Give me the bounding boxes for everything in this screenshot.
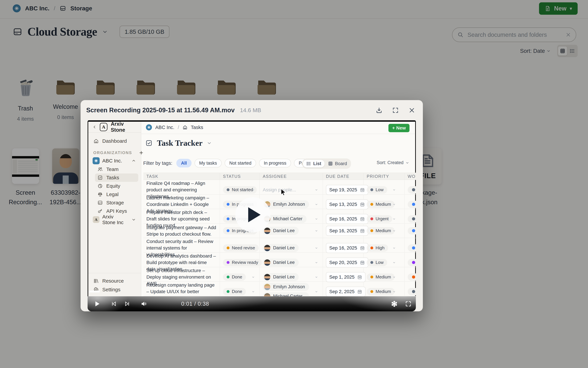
sidebar-item-dashboard[interactable]: Dashboard — [91, 137, 138, 145]
chevron-down-icon[interactable] — [392, 290, 396, 294]
play-overlay-button[interactable] — [235, 197, 270, 232]
workspace-pill[interactable] — [408, 186, 416, 193]
fullscreen-button[interactable] — [403, 296, 414, 311]
collapse-sidebar-icon[interactable] — [92, 125, 96, 129]
breadcrumb-org[interactable]: ABC Inc. — [155, 125, 174, 130]
chevron-down-icon[interactable] — [314, 229, 318, 233]
workspace-pill[interactable] — [408, 259, 416, 266]
chevron-down-icon[interactable] — [251, 261, 255, 264]
chevron-up-icon[interactable] — [131, 159, 136, 163]
sidebar-item-organizations[interactable]: ORGANIZATIONS — [91, 149, 138, 156]
sidebar-item-abc-inc-[interactable]: ABC Inc. — [91, 156, 138, 165]
sort-created-dropdown[interactable]: Sort: Created — [377, 160, 409, 165]
due-date-cell[interactable]: Sep 16, 2025 — [323, 224, 364, 238]
chevron-down-icon[interactable] — [314, 261, 318, 264]
chevron-down-icon[interactable] — [392, 188, 396, 192]
priority-pill[interactable]: Urgent — [367, 215, 392, 223]
column-header-priority[interactable]: PRIORITY — [364, 173, 405, 180]
sidebar-item-resource[interactable]: Resource — [91, 276, 138, 285]
workspace-pill[interactable] — [408, 201, 416, 208]
chevron-down-icon[interactable] — [314, 275, 318, 279]
due-date-input[interactable]: Sep 16, 2025 — [326, 214, 368, 224]
priority-pill[interactable]: Medium — [367, 227, 395, 234]
workspace-cell[interactable] — [405, 282, 416, 298]
priority-cell[interactable]: Medium — [364, 224, 405, 238]
sidebar-item-settings[interactable]: Settings — [91, 285, 138, 294]
close-icon[interactable] — [408, 107, 415, 114]
table-row[interactable]: Conduct security audit – Review internal… — [143, 238, 416, 253]
filter-pill-in-progress[interactable]: In progress — [259, 159, 291, 167]
due-date-input[interactable]: Sep 16, 2025 — [326, 243, 368, 253]
column-header-task[interactable]: TASK — [143, 173, 220, 180]
sidebar-item-arxiv-stone-inc[interactable]: AArxiv Stone Inc — [91, 215, 138, 224]
sidebar-item-equity[interactable]: Equity — [95, 182, 138, 190]
new-task-button[interactable]: + New — [388, 124, 410, 132]
next-button[interactable] — [122, 296, 132, 311]
due-date-input[interactable]: Sep 19, 2025 — [326, 185, 368, 195]
assignee-pill[interactable]: Daniel Lee — [263, 258, 299, 267]
download-icon[interactable] — [375, 107, 383, 114]
fullscreen-icon[interactable] — [392, 107, 399, 114]
assignee-cell[interactable]: Emilyn JohnsonMichael Carter — [260, 282, 323, 298]
status-pill[interactable]: Review ready — [223, 259, 262, 266]
table-row[interactable]: Integrate payment gateway – Add Stripe t… — [143, 224, 416, 238]
filter-pill-all[interactable]: All — [176, 159, 192, 167]
due-date-input[interactable]: Sep 1, 2025 — [326, 272, 366, 282]
priority-pill[interactable]: Medium — [367, 201, 395, 208]
sidebar-item-tasks[interactable]: Tasks — [95, 174, 138, 182]
assignee-pill[interactable]: Daniel Lee — [263, 227, 299, 235]
status-cell[interactable]: Done — [220, 282, 260, 298]
assignee-pill[interactable]: Daniel Lee — [263, 244, 299, 252]
task-cell[interactable]: Redesign company landing page – Update U… — [143, 282, 220, 298]
chevron-down-icon[interactable] — [314, 290, 318, 294]
due-date-cell[interactable]: Sep 2, 2025 — [323, 282, 364, 298]
priority-pill[interactable]: Low — [367, 186, 387, 193]
due-date-input[interactable]: Sep 16, 2025 — [326, 226, 368, 236]
filter-pill-not-started[interactable]: Not started — [225, 159, 256, 167]
settings-icon[interactable] — [388, 296, 400, 311]
due-date-input[interactable]: Sep 20, 2025 — [326, 258, 368, 267]
workspace-pill[interactable] — [408, 288, 416, 295]
chevron-down-icon[interactable] — [392, 217, 396, 221]
workspace-pill[interactable] — [408, 227, 416, 234]
breadcrumb-section[interactable]: Tasks — [191, 125, 203, 130]
volume-icon[interactable] — [139, 296, 149, 311]
chevron-down-icon[interactable] — [131, 217, 136, 222]
priority-pill[interactable]: Low — [367, 259, 387, 266]
table-row[interactable]: Redesign company landing page – Update U… — [143, 282, 416, 296]
priority-pill[interactable]: Medium — [367, 288, 395, 295]
due-date-input[interactable]: Sep 13, 2025 — [326, 199, 368, 209]
workspace-pill[interactable] — [408, 215, 416, 223]
chevron-down-icon[interactable] — [392, 202, 396, 206]
sidebar-item-team[interactable]: Team — [95, 165, 138, 174]
chevron-down-icon[interactable] — [251, 188, 255, 192]
column-header-wor[interactable]: WOR — [405, 173, 416, 180]
title-chevron-down-icon[interactable] — [207, 140, 212, 146]
chevron-down-icon[interactable] — [314, 202, 318, 206]
assignee-cell[interactable]: Daniel Lee — [260, 224, 323, 238]
chevron-down-icon[interactable] — [392, 275, 396, 279]
toggle-board[interactable]: Board — [325, 160, 350, 167]
chevron-down-icon[interactable] — [251, 275, 255, 279]
assignee-pill[interactable]: Daniel Lee — [263, 273, 299, 281]
workspace-pill[interactable] — [408, 273, 416, 281]
chevron-down-icon[interactable] — [251, 246, 255, 250]
assignee-placeholder[interactable]: Assign people... — [263, 187, 296, 193]
filter-pill-my-tasks[interactable]: My tasks — [194, 159, 222, 167]
due-date-input[interactable]: Sep 2, 2025 — [326, 287, 366, 297]
column-header-assignee[interactable]: ASSIGNEE — [260, 173, 323, 180]
column-header-status[interactable]: STATUS — [220, 173, 260, 180]
table-row[interactable]: Set up cloud infrastructure – Deploy sta… — [143, 267, 416, 282]
table-row[interactable]: Launch marketing campaign – Coordinate L… — [143, 194, 416, 209]
table-row[interactable]: Finalize Q4 roadmap – Align product and … — [143, 180, 416, 194]
previous-button[interactable] — [109, 296, 119, 311]
video-progress-bar[interactable] — [89, 291, 100, 293]
assignee-pill[interactable]: Emilyn Johnson — [263, 200, 309, 208]
video-player[interactable]: A Arxiv Stone DashboardORGANIZATIONSABC … — [88, 120, 416, 311]
sidebar-item-storage[interactable]: Storage — [95, 199, 138, 207]
chevron-down-icon[interactable] — [392, 246, 396, 250]
table-row[interactable]: Develop AI analytics dashboard – Build p… — [143, 253, 416, 267]
column-header-due-date[interactable]: DUE DATE — [323, 173, 364, 180]
chevron-down-icon[interactable] — [251, 290, 255, 294]
chevron-down-icon[interactable] — [392, 261, 396, 264]
